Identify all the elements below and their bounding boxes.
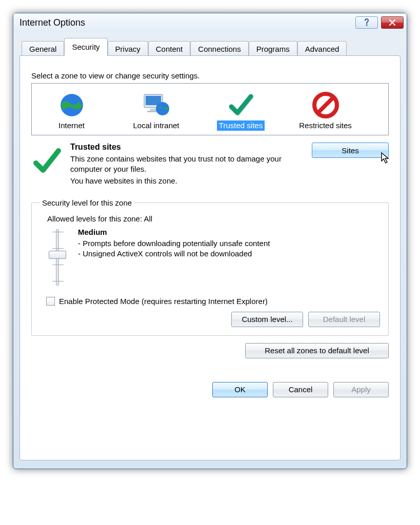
intranet-icon: [141, 91, 172, 119]
tab-security[interactable]: Security: [64, 38, 107, 56]
dialog-footer: OK Cancel Apply: [31, 382, 389, 397]
apply-button: Apply: [333, 382, 389, 397]
level-name: Medium: [78, 227, 270, 237]
allowed-levels-text: Allowed levels for this zone: All: [47, 214, 380, 223]
level-description: Medium - Prompts before downloading pote…: [78, 227, 270, 259]
security-level-slider[interactable]: [47, 227, 68, 289]
protected-mode-label: Enable Protected Mode (requires restarti…: [59, 297, 268, 306]
tab-content[interactable]: Content: [148, 41, 191, 56]
tab-privacy[interactable]: Privacy: [108, 41, 148, 56]
zone-restricted-sites-label: Restricted sites: [297, 120, 354, 131]
tab-programs[interactable]: Programs: [249, 41, 297, 56]
custom-level-button[interactable]: Custom level...: [231, 312, 303, 327]
tab-general[interactable]: General: [22, 41, 64, 56]
globe-icon: [58, 92, 85, 118]
svg-rect-4: [150, 109, 156, 111]
help-icon: [363, 18, 370, 27]
zone-desc-text: This zone contains websites that you tru…: [70, 154, 305, 175]
level-bullet-2: - Unsigned ActiveX controls will not be …: [78, 249, 270, 259]
zone-list: Internet Local intranet: [31, 83, 389, 135]
tab-connections[interactable]: Connections: [190, 41, 248, 56]
close-icon: [389, 19, 396, 26]
level-bullet-1: - Prompts before downloading potentially…: [78, 238, 270, 249]
tab-advanced[interactable]: Advanced: [297, 41, 347, 56]
window-title: Internet Options: [19, 17, 85, 28]
help-button[interactable]: [355, 16, 378, 29]
zone-status-text: You have websites in this zone.: [70, 176, 305, 186]
reset-zones-button[interactable]: Reset all zones to default level: [245, 343, 389, 358]
zone-heading: Trusted sites: [70, 143, 305, 152]
zone-restricted-sites[interactable]: Restricted sites: [286, 89, 365, 132]
security-level-group: Security level for this zone Allowed lev…: [31, 198, 389, 336]
ok-button[interactable]: OK: [212, 382, 268, 397]
checkmark-icon: [227, 91, 255, 119]
svg-line-8: [318, 98, 333, 112]
titlebar: Internet Options: [13, 13, 407, 32]
zone-instruction: Select a zone to view or change security…: [31, 71, 389, 80]
zone-internet-label: Internet: [56, 120, 87, 131]
close-button[interactable]: [381, 16, 404, 29]
no-entry-icon: [312, 92, 339, 118]
zone-local-intranet[interactable]: Local intranet: [116, 89, 196, 132]
zone-local-intranet-label: Local intranet: [131, 120, 181, 131]
zone-trusted-sites-label: Trusted sites: [217, 120, 265, 131]
security-panel: Select a zone to view or change security…: [19, 55, 401, 460]
protected-mode-checkbox[interactable]: [46, 297, 55, 306]
client-area: General Security Privacy Content Connect…: [13, 32, 407, 469]
checkmark-large-icon: [32, 146, 63, 176]
zone-internet[interactable]: Internet: [32, 89, 111, 132]
default-level-button: Default level: [308, 312, 380, 327]
sites-button[interactable]: Sites: [312, 143, 389, 158]
titlebar-buttons: [355, 16, 404, 29]
tab-strip: General Security Privacy Content Connect…: [19, 38, 401, 56]
internet-options-dialog: Internet Options General Security Privac…: [13, 13, 407, 469]
security-level-legend: Security level for this zone: [40, 198, 134, 207]
cancel-button[interactable]: Cancel: [273, 382, 328, 397]
zone-description: Trusted sites This zone contains website…: [31, 143, 389, 187]
zone-trusted-sites[interactable]: Trusted sites: [201, 89, 281, 132]
